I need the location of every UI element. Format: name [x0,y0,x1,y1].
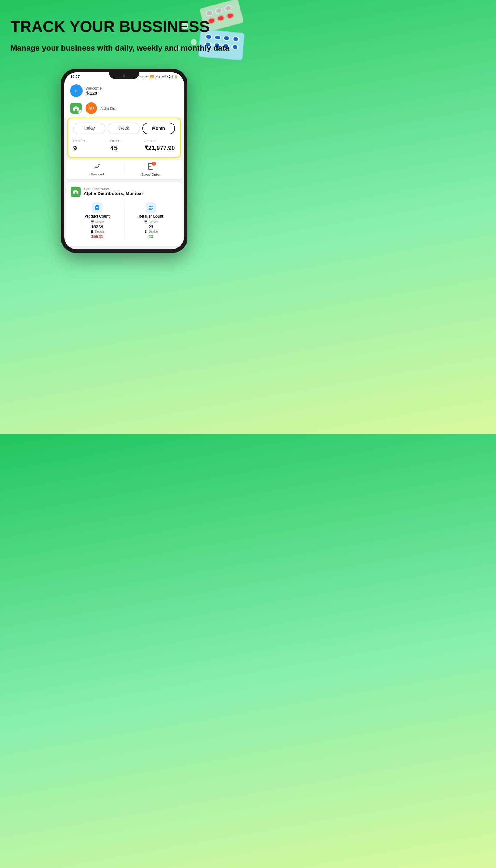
bounced-action[interactable]: Bounced [71,163,124,176]
status-icons: 📶 Vo))) LTE1 📶 Vo))) LTE2 62% 🔋 [133,75,177,78]
user-avatar: r [70,84,82,97]
distributor-card: 1 of 1 Distributors Alpha Distributors, … [66,182,183,246]
bounced-icon [93,163,101,171]
svg-point-46 [151,205,153,207]
device-icon-1: 📱 [90,230,94,233]
phone-wrapper: 10:27 📶 Vo))) LTE1 📶 Vo))) LTE2 62% 🔋 r … [0,69,248,253]
device-label-2: Device [149,230,158,233]
counts-grid: Product Count 🖥️ Server 18269 📱 Device 1… [71,200,178,242]
warehouse-icon [73,106,79,111]
amount-stat: Amount ₹21,977.90 [144,139,175,152]
signal-text: Vo))) LTE1 [138,75,149,78]
svg-rect-43 [96,205,98,206]
server-label-1: Server [95,220,104,223]
app-header: r Welcome, rk123 [64,80,184,100]
camera-dot [123,75,125,77]
retailers-label: Retailers [73,139,88,143]
period-tabs: Today Week Month [73,123,175,134]
server-icon-1: 🖥️ [90,220,94,223]
svg-marker-36 [73,106,79,108]
battery-text: 62% [167,75,173,78]
distributor-selector[interactable]: ▾ AD Alpha Dis... [64,100,184,118]
svg-rect-44 [96,207,98,208]
distributor-avatar: AD [86,103,97,114]
svg-marker-40 [73,189,79,191]
svg-point-45 [149,205,151,207]
tab-month[interactable]: Month [142,123,175,134]
svg-rect-37 [75,109,77,111]
amount-label: Amount [144,139,175,143]
bounce-arrow-icon [93,163,101,170]
product-icon-wrap [92,202,103,213]
retailer-server-row: 🖥️ Server [144,220,158,223]
orders-value: 45 [110,144,121,152]
dist-warehouse-icon [73,189,79,194]
product-server-row: 🖥️ Server [90,220,104,223]
dist-card-header: 1 of 1 Distributors Alpha Distributors, … [71,187,178,197]
status-time: 10:27 [71,75,80,79]
server-label-2: Server [149,220,158,223]
product-count-title: Product Count [85,214,110,218]
phone-mockup: 10:27 📶 Vo))) LTE1 📶 Vo))) LTE2 62% 🔋 r … [61,69,187,253]
bounced-label: Bounced [91,172,104,176]
chevron-down-icon: ▾ [78,110,82,114]
retailers-value: 9 [73,144,88,152]
retailer-server-value: 23 [148,224,153,229]
welcome-text: Welcome, rk123 [86,86,103,95]
product-count-col: Product Count 🖥️ Server 18269 📱 Device 1… [71,200,124,242]
retailers-stat: Retailers 9 [73,139,88,152]
product-server-value: 18269 [91,224,103,229]
retailer-count-title: Retailer Count [139,214,163,218]
svg-rect-41 [75,192,76,193]
server-icon-2: 🖥️ [144,220,148,223]
orders-stat: Orders 45 [110,139,121,152]
dist-card-icon [71,187,81,197]
orders-label: Orders [110,139,121,143]
retailer-icon-wrap [145,202,156,213]
action-row: Bounced 1 Saved Order [66,160,183,179]
stats-row: Retailers 9 Orders 45 Amount ₹21,977.90 [73,139,175,152]
hero-section: TRACK YOUR BUSSINESS Manage your busines… [0,0,248,60]
phone-screen: 10:27 📶 Vo))) LTE1 📶 Vo))) LTE2 62% 🔋 r … [64,72,184,249]
hero-subtitle: Manage your business with daily, weekly … [11,43,237,53]
signal-text2: Vo))) LTE2 [155,75,166,78]
product-device-row: 📱 Device [90,230,104,233]
distributor-name: Alpha Dis... [100,107,118,110]
saved-order-icon: 1 [147,163,154,171]
distributors-count-text: 1 of 1 Distributors [84,187,143,191]
product-icon [94,204,100,211]
amount-value: ₹21,977.90 [144,144,175,152]
notch [109,72,139,79]
dist-card-info: 1 of 1 Distributors Alpha Distributors, … [84,187,143,196]
device-label-1: Device [95,230,104,233]
retailer-device-value: 23 [148,234,153,239]
saved-order-badge: 1 [152,161,156,166]
username-label: rk123 [86,90,103,95]
tab-week[interactable]: Week [108,123,140,134]
status-bar: 10:27 📶 Vo))) LTE1 📶 Vo))) LTE2 62% 🔋 [64,72,184,80]
product-device-value: 15521 [91,234,103,239]
retailer-device-row: 📱 Device [144,230,158,233]
distributor-full-name: Alpha Distributors, Mumbai [84,191,143,196]
hero-title: TRACK YOUR BUSSINESS [11,18,237,35]
retailer-count-col: Retailer Count 🖥️ Server 23 📱 Device 23 [124,200,178,242]
tab-today[interactable]: Today [73,123,106,134]
greeting-label: Welcome, [86,86,103,90]
saved-order-action[interactable]: 1 Saved Order [124,163,177,176]
battery-icon: 🔋 [174,75,178,78]
saved-order-label: Saved Order [141,173,160,176]
retailers-icon [148,204,154,211]
signal-bars: 📶 [150,75,154,78]
distributor-icon-wrap: ▾ [70,103,82,114]
stats-card: Today Week Month Retailers 9 Orders 45 [67,118,181,158]
device-icon-2: 📱 [144,230,148,233]
